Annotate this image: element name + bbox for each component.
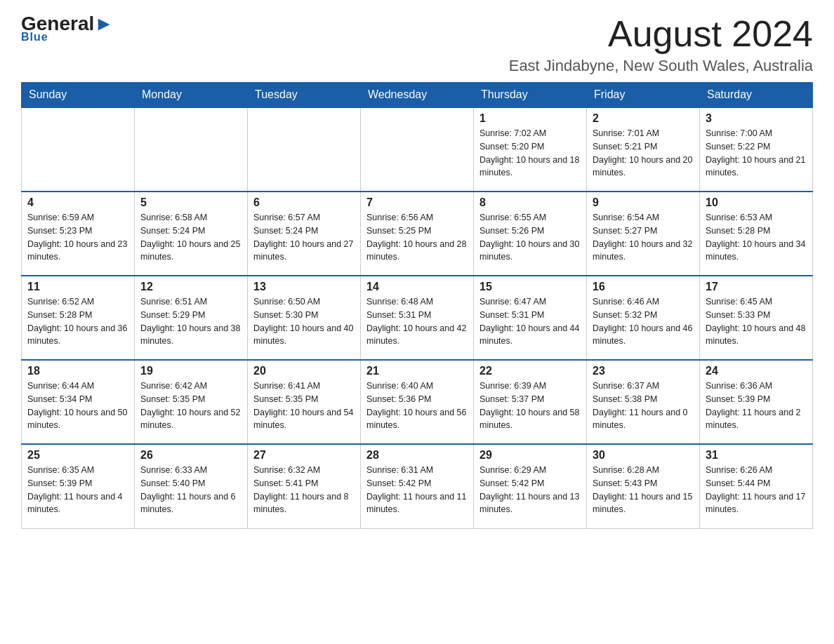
day-number: 5 [140,196,241,209]
day-number: 23 [593,365,694,377]
table-cell: 27Sunrise: 6:32 AMSunset: 5:41 PMDayligh… [248,444,361,528]
day-number: 24 [706,365,807,377]
table-cell: 13Sunrise: 6:50 AMSunset: 5:30 PMDayligh… [248,276,361,360]
day-info: Sunrise: 6:46 AMSunset: 5:32 PMDaylight:… [593,295,694,348]
day-info: Sunrise: 6:35 AMSunset: 5:39 PMDaylight:… [27,464,128,516]
day-info: Sunrise: 6:28 AMSunset: 5:43 PMDaylight:… [593,464,694,516]
location-title: East Jindabyne, New South Wales, Austral… [509,57,813,75]
calendar-table: Sunday Monday Tuesday Wednesday Thursday… [21,82,813,529]
day-info: Sunrise: 6:45 AMSunset: 5:33 PMDaylight:… [706,295,807,348]
table-cell: 26Sunrise: 6:33 AMSunset: 5:40 PMDayligh… [135,444,248,528]
day-info: Sunrise: 6:54 AMSunset: 5:27 PMDaylight:… [593,211,694,264]
page-header: General► Blue August 2024 East Jindabyne… [21,14,813,75]
day-info: Sunrise: 7:01 AMSunset: 5:21 PMDaylight:… [593,127,694,180]
table-cell: 24Sunrise: 6:36 AMSunset: 5:39 PMDayligh… [700,360,813,444]
day-number: 17 [706,281,807,293]
day-number: 7 [366,196,468,209]
table-cell: 28Sunrise: 6:31 AMSunset: 5:42 PMDayligh… [361,444,474,528]
day-number: 29 [479,449,581,462]
day-info: Sunrise: 6:36 AMSunset: 5:39 PMDaylight:… [706,380,807,432]
col-friday: Friday [587,83,700,108]
day-number: 9 [593,196,694,209]
day-number: 13 [253,281,355,293]
day-number: 30 [593,449,694,462]
day-info: Sunrise: 6:26 AMSunset: 5:44 PMDaylight:… [706,464,807,516]
table-cell [361,107,474,192]
day-info: Sunrise: 6:50 AMSunset: 5:30 PMDaylight:… [253,295,355,348]
day-number: 15 [479,281,581,293]
table-cell: 10Sunrise: 6:53 AMSunset: 5:28 PMDayligh… [700,192,813,276]
table-cell: 5Sunrise: 6:58 AMSunset: 5:24 PMDaylight… [135,192,248,276]
day-info: Sunrise: 6:31 AMSunset: 5:42 PMDaylight:… [366,464,468,516]
day-info: Sunrise: 6:53 AMSunset: 5:28 PMDaylight:… [706,211,807,264]
table-cell: 9Sunrise: 6:54 AMSunset: 5:27 PMDaylight… [587,192,700,276]
table-cell: 23Sunrise: 6:37 AMSunset: 5:38 PMDayligh… [587,360,700,444]
day-number: 14 [366,281,468,293]
col-saturday: Saturday [700,83,813,108]
table-cell: 4Sunrise: 6:59 AMSunset: 5:23 PMDaylight… [22,192,135,276]
day-number: 1 [479,112,581,125]
day-info: Sunrise: 6:59 AMSunset: 5:23 PMDaylight:… [27,211,128,264]
day-info: Sunrise: 6:33 AMSunset: 5:40 PMDaylight:… [140,464,241,516]
logo: General► Blue [21,14,114,43]
day-info: Sunrise: 6:58 AMSunset: 5:24 PMDaylight:… [140,211,241,264]
table-cell: 25Sunrise: 6:35 AMSunset: 5:39 PMDayligh… [22,444,135,528]
week-row-4: 18Sunrise: 6:44 AMSunset: 5:34 PMDayligh… [22,360,813,444]
table-cell: 1Sunrise: 7:02 AMSunset: 5:20 PMDaylight… [474,107,587,192]
table-cell: 11Sunrise: 6:52 AMSunset: 5:28 PMDayligh… [22,276,135,360]
table-cell: 18Sunrise: 6:44 AMSunset: 5:34 PMDayligh… [22,360,135,444]
day-info: Sunrise: 6:51 AMSunset: 5:29 PMDaylight:… [140,295,241,348]
day-info: Sunrise: 6:52 AMSunset: 5:28 PMDaylight:… [27,295,128,348]
table-cell [135,107,248,192]
day-info: Sunrise: 6:48 AMSunset: 5:31 PMDaylight:… [366,295,468,348]
col-monday: Monday [135,83,248,108]
day-number: 26 [140,449,241,462]
table-cell: 31Sunrise: 6:26 AMSunset: 5:44 PMDayligh… [700,444,813,528]
table-cell: 12Sunrise: 6:51 AMSunset: 5:29 PMDayligh… [135,276,248,360]
day-info: Sunrise: 6:41 AMSunset: 5:35 PMDaylight:… [253,380,355,432]
title-area: August 2024 East Jindabyne, New South Wa… [509,14,813,75]
col-sunday: Sunday [22,83,135,108]
table-cell [248,107,361,192]
day-info: Sunrise: 6:39 AMSunset: 5:37 PMDaylight:… [479,380,581,432]
day-info: Sunrise: 6:32 AMSunset: 5:41 PMDaylight:… [253,464,355,516]
day-number: 2 [593,112,694,125]
day-info: Sunrise: 6:44 AMSunset: 5:34 PMDaylight:… [27,380,128,432]
day-info: Sunrise: 6:55 AMSunset: 5:26 PMDaylight:… [479,211,581,264]
day-info: Sunrise: 6:37 AMSunset: 5:38 PMDaylight:… [593,380,694,432]
table-cell: 22Sunrise: 6:39 AMSunset: 5:37 PMDayligh… [474,360,587,444]
day-number: 4 [27,196,128,209]
day-number: 31 [706,449,807,462]
day-info: Sunrise: 7:00 AMSunset: 5:22 PMDaylight:… [706,127,807,180]
table-cell: 3Sunrise: 7:00 AMSunset: 5:22 PMDaylight… [700,107,813,192]
day-info: Sunrise: 6:56 AMSunset: 5:25 PMDaylight:… [366,211,468,264]
day-info: Sunrise: 6:47 AMSunset: 5:31 PMDaylight:… [479,295,581,348]
day-number: 25 [27,449,128,462]
table-cell: 16Sunrise: 6:46 AMSunset: 5:32 PMDayligh… [587,276,700,360]
day-number: 27 [253,449,355,462]
day-number: 10 [706,196,807,209]
table-cell: 15Sunrise: 6:47 AMSunset: 5:31 PMDayligh… [474,276,587,360]
day-number: 16 [593,281,694,293]
table-cell: 7Sunrise: 6:56 AMSunset: 5:25 PMDaylight… [361,192,474,276]
col-tuesday: Tuesday [248,83,361,108]
table-cell: 2Sunrise: 7:01 AMSunset: 5:21 PMDaylight… [587,107,700,192]
day-info: Sunrise: 6:42 AMSunset: 5:35 PMDaylight:… [140,380,241,432]
day-info: Sunrise: 6:29 AMSunset: 5:42 PMDaylight:… [479,464,581,516]
day-number: 22 [479,365,581,377]
week-row-3: 11Sunrise: 6:52 AMSunset: 5:28 PMDayligh… [22,276,813,360]
day-number: 20 [253,365,355,377]
day-number: 8 [479,196,581,209]
day-info: Sunrise: 7:02 AMSunset: 5:20 PMDaylight:… [479,127,581,180]
month-title: August 2024 [509,14,813,54]
table-cell: 19Sunrise: 6:42 AMSunset: 5:35 PMDayligh… [135,360,248,444]
day-number: 18 [27,365,128,377]
week-row-5: 25Sunrise: 6:35 AMSunset: 5:39 PMDayligh… [22,444,813,528]
day-number: 21 [366,365,468,377]
day-number: 19 [140,365,241,377]
day-number: 11 [27,281,128,293]
day-info: Sunrise: 6:57 AMSunset: 5:24 PMDaylight:… [253,211,355,264]
table-cell: 20Sunrise: 6:41 AMSunset: 5:35 PMDayligh… [248,360,361,444]
table-cell [22,107,135,192]
table-cell: 8Sunrise: 6:55 AMSunset: 5:26 PMDaylight… [474,192,587,276]
